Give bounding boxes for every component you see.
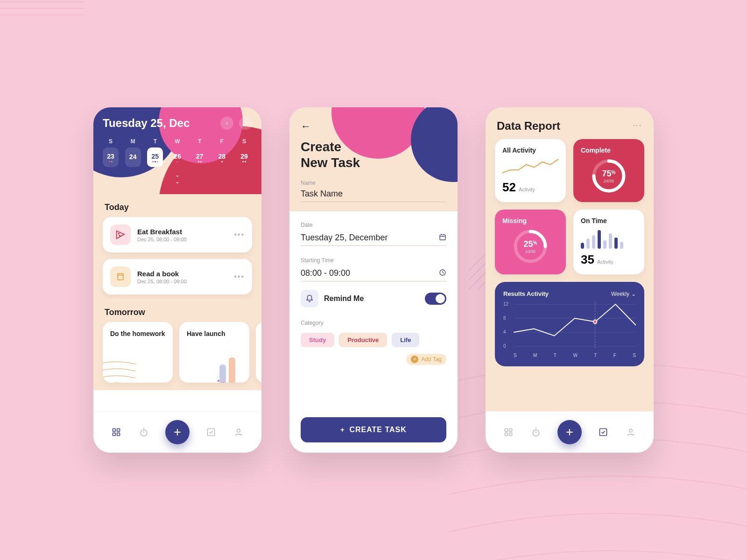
more-menu-button[interactable]: ⋮ [632,121,642,131]
nav-home-icon[interactable] [503,427,514,438]
stat-card-complete[interactable]: Complete 75% 24/35 [573,139,644,202]
calendar-day[interactable]: 25 [147,147,163,167]
calendar-next-button[interactable]: › [239,117,252,130]
calendar-day[interactable]: 27 [192,147,208,167]
svg-rect-46 [600,429,607,436]
calendar-day[interactable]: 26 [169,147,185,167]
svg-rect-20 [208,429,215,436]
tomorrow-card-title: Have launch [187,329,242,338]
phone-screen-data-report: Data Report ⋮ All Activity 52 Activity C… [486,107,654,453]
nav-add-button[interactable]: + [557,420,582,444]
stat-card-all-activity[interactable]: All Activity 52 Activity [495,139,566,202]
percent-icon: % [533,240,537,245]
clock-icon[interactable] [439,269,446,278]
stat-label: On Time [581,217,637,224]
nav-add-button[interactable]: + [165,420,190,444]
back-button[interactable]: ← [301,120,311,133]
time-input[interactable]: 08:00 - 09:00 [301,266,446,281]
calendar-icon[interactable] [439,233,446,243]
create-task-label: CREATE TASK [349,426,406,434]
task-more-button[interactable]: ••• [234,231,245,239]
task-card[interactable]: Read a book Dec 25, 08:00 - 09:00 ••• [103,259,252,294]
calendar-prev-button[interactable]: ‹ [220,117,233,130]
tomorrow-card[interactable]: Have launch [179,322,249,383]
xtick-label: W [573,353,577,358]
calendar-day[interactable]: 28 [214,147,230,167]
ring-percent: 75 [602,169,612,179]
category-chip-productive[interactable]: Productive [339,333,387,347]
task-card[interactable]: Eat Breakfast Dec 25, 08:00 - 09:00 ••• [103,217,252,252]
svg-point-21 [237,429,240,432]
calendar-header: Tuesday 25, Dec ‹ › S23M24T25W26T27F28S2… [93,107,261,194]
svg-rect-10 [229,357,235,383]
calendar-dow: F [220,138,224,145]
ring-percent: 25 [524,239,533,249]
nav-checklist-icon[interactable] [598,427,609,438]
remind-label: Remind Me [324,294,419,303]
calendar-expand-icon[interactable]: ⌄⌄ [103,172,252,185]
range-dropdown[interactable]: Weekly ⌄ [611,291,636,297]
ytick-label: 8 [503,315,506,321]
create-task-button[interactable]: + CREATE TASK [301,417,446,442]
bottom-nav: + [93,411,261,453]
calendar-dow: T [154,138,157,145]
date-input[interactable]: Tuesday 25, December [301,230,446,246]
remind-toggle[interactable] [425,293,446,305]
stat-card-on-time[interactable]: On Time 35 Activity [573,210,644,274]
svg-point-5 [118,233,119,234]
create-task-header: ← Create New Task Name Task Name [289,107,458,211]
nav-profile-icon[interactable] [233,427,244,438]
task-title: Eat Breakfast [137,228,227,236]
tomorrow-task-row[interactable]: Do the homework Have launch Ma DIY [93,322,261,390]
svg-point-38 [593,320,597,324]
sparkline-chart [502,158,558,175]
svg-rect-40 [509,429,512,432]
results-title: Results Activity [503,290,549,297]
stat-label: All Activity [502,147,558,154]
category-chip-study[interactable]: Study [301,333,334,347]
svg-rect-13 [113,429,116,432]
svg-rect-22 [440,235,445,240]
calendar-dow: S [242,138,246,145]
nav-home-icon[interactable] [111,427,122,438]
tomorrow-card[interactable]: Ma DIY [256,322,261,383]
calendar-day[interactable]: 24 [125,147,141,167]
decorative-pattern [103,359,135,383]
task-more-button[interactable]: ••• [234,273,245,281]
calendar-day[interactable]: 23 [103,147,119,167]
svg-rect-7 [118,273,123,280]
stat-card-missing[interactable]: Missing 25% 10/35 [495,210,566,274]
category-chip-life[interactable]: Life [392,333,419,347]
calendar-dow: W [175,138,180,145]
ring-fraction: 10/35 [525,249,536,254]
task-name-input[interactable]: Task Name [301,186,446,202]
add-tag-button[interactable]: + Add Tag [406,354,446,365]
stat-value: 35 [581,252,594,267]
bottom-nav: + [486,411,654,453]
section-title-today: Today [93,194,261,217]
phone-screen-create-task: ← Create New Task Name Task Name Date Tu… [289,107,458,453]
stat-unit: Activity [519,187,535,192]
bell-icon [301,290,318,308]
nav-timer-icon[interactable] [530,427,542,438]
svg-rect-39 [505,429,508,432]
task-title: Read a book [137,270,227,278]
nav-profile-icon[interactable] [625,427,636,438]
tomorrow-card[interactable]: Do the homework [103,322,173,383]
plus-icon: + [411,356,418,363]
svg-point-6 [119,235,120,236]
range-label: Weekly [611,291,629,297]
stat-unit: Activity [597,259,613,265]
field-label-time: Starting Time [301,257,446,264]
phone-screen-calendar: Tuesday 25, Dec ‹ › S23M24T25W26T27F28S2… [93,107,261,453]
svg-rect-16 [117,433,120,436]
xtick-label: M [533,353,537,358]
add-tag-label: Add Tag [421,356,442,363]
percent-icon: % [612,170,616,175]
decorative-pattern [217,357,245,383]
stat-label: Complete [581,147,637,154]
nav-checklist-icon[interactable] [205,427,217,438]
nav-timer-icon[interactable] [138,427,149,438]
calendar-day[interactable]: 29 [236,147,252,167]
task-name-value: Task Name [301,189,343,199]
